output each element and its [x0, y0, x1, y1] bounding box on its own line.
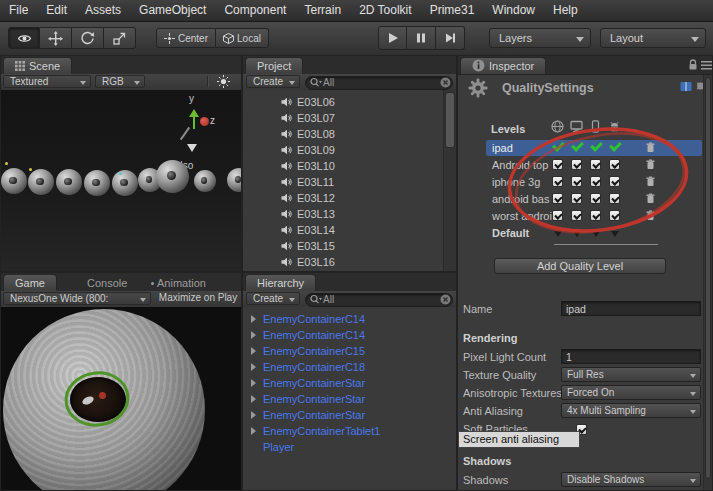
- checkbox-checked[interactable]: [590, 159, 601, 170]
- checkbox-checked[interactable]: [609, 193, 620, 204]
- menu-2d-toolkit[interactable]: 2D Toolkit: [350, 0, 420, 21]
- hierarchy-search-input[interactable]: All: [305, 293, 453, 307]
- step-button[interactable]: [436, 26, 465, 50]
- checkbox-checked[interactable]: [571, 193, 582, 204]
- tab-project[interactable]: Project: [245, 57, 303, 74]
- gameobject-item[interactable]: EnemyContainerStar: [243, 407, 365, 423]
- checkbox-checked[interactable]: [552, 176, 563, 187]
- menu-window[interactable]: Window: [483, 0, 544, 21]
- green-check-icon[interactable]: [552, 142, 564, 152]
- anti-aliasing-dropdown[interactable]: 4x Multi Sampling: [561, 403, 701, 418]
- shadows-dropdown[interactable]: Disable Shadows: [561, 472, 701, 487]
- checkbox-checked[interactable]: [571, 210, 582, 221]
- asset-item[interactable]: E03L16: [243, 254, 335, 270]
- checkbox-checked[interactable]: [552, 193, 563, 204]
- expand-arrow-icon[interactable]: [251, 331, 256, 339]
- game-viewport[interactable]: [1, 307, 241, 490]
- tab-game[interactable]: Game: [3, 274, 57, 291]
- hierarchy-search-scope[interactable]: All: [323, 294, 334, 305]
- tab-animation[interactable]: Animation: [157, 275, 206, 291]
- panel-menu-icon[interactable]: [701, 61, 712, 70]
- gameobject-item[interactable]: EnemyContainerStar: [243, 391, 365, 407]
- quality-row-android-top[interactable]: Android top: [486, 157, 702, 173]
- render-channels-dropdown[interactable]: RGB: [95, 75, 145, 88]
- green-check-icon[interactable]: [571, 142, 583, 152]
- trash-icon[interactable]: [646, 210, 655, 221]
- shading-mode-dropdown[interactable]: Textured: [3, 75, 91, 88]
- z-axis-handle[interactable]: [200, 117, 209, 126]
- checkbox-checked[interactable]: [609, 159, 620, 170]
- quality-row-iphone-3g[interactable]: iphone 3g: [486, 174, 702, 190]
- menu-file[interactable]: File: [0, 0, 37, 21]
- scene-object-sphere[interactable]: [1, 168, 27, 194]
- layout-dropdown[interactable]: Layout: [600, 28, 706, 48]
- quality-row-worst-android[interactable]: worst androic: [486, 208, 702, 224]
- clear-search-icon[interactable]: [440, 294, 451, 305]
- hierarchy-list[interactable]: EnemyContainerC14 EnemyContainerC14 Enem…: [243, 307, 456, 490]
- green-check-icon[interactable]: [609, 142, 621, 152]
- layers-dropdown[interactable]: Layers: [489, 28, 591, 48]
- project-create-dropdown[interactable]: Create: [246, 75, 300, 88]
- project-search-input[interactable]: All: [305, 76, 453, 90]
- aspect-ratio-dropdown[interactable]: NexusOne Wide (800:: [3, 292, 151, 305]
- scene-object-sphere[interactable]: [156, 160, 189, 193]
- expand-arrow-icon[interactable]: [251, 411, 256, 419]
- scene-lighting-toggle[interactable]: [217, 75, 230, 90]
- project-search-scope[interactable]: All: [323, 77, 334, 88]
- expand-arrow-icon[interactable]: [251, 379, 256, 387]
- texture-quality-dropdown[interactable]: Full Res: [561, 367, 701, 382]
- scrollbar-thumb[interactable]: [445, 92, 455, 148]
- menu-assets[interactable]: Assets: [76, 0, 130, 21]
- play-button[interactable]: [378, 26, 407, 50]
- checkbox-checked[interactable]: [609, 176, 620, 187]
- default-dropdown-arrow[interactable]: [573, 231, 581, 241]
- add-quality-level-button[interactable]: Add Quality Level: [494, 258, 666, 274]
- asset-item[interactable]: E03L11: [243, 174, 334, 190]
- view-tool-button[interactable]: [8, 27, 40, 49]
- menu-gameobject[interactable]: GameObject: [130, 0, 215, 21]
- tab-scene[interactable]: Scene: [3, 57, 72, 74]
- default-dropdown-arrow[interactable]: [592, 231, 600, 241]
- checkbox-checked[interactable]: [552, 159, 563, 170]
- maximize-on-play-button[interactable]: Maximize on Play: [155, 292, 241, 305]
- anisotropic-textures-dropdown[interactable]: Forced On: [561, 385, 701, 400]
- asset-item[interactable]: E03L15: [243, 238, 335, 254]
- asset-item[interactable]: E03L08: [243, 126, 335, 142]
- tab-console[interactable]: Console: [87, 275, 127, 291]
- tab-hierarchy[interactable]: Hierarchy: [245, 274, 316, 291]
- expand-arrow-icon[interactable]: [251, 427, 256, 435]
- trash-icon[interactable]: [646, 193, 655, 204]
- expand-arrow-icon[interactable]: [251, 347, 256, 355]
- gizmo-icon[interactable]: [119, 172, 122, 175]
- gameobject-item[interactable]: EnemyContainerTablet1: [243, 423, 380, 439]
- trash-icon[interactable]: [646, 176, 655, 187]
- menu-component[interactable]: Component: [215, 0, 295, 21]
- asset-item[interactable]: E03L10: [243, 158, 335, 174]
- scrollbar-thumb[interactable]: [705, 77, 711, 479]
- center-pivot-button[interactable]: Center: [156, 28, 216, 48]
- scene-object-sphere[interactable]: [194, 170, 216, 192]
- scene-viewport[interactable]: y z Iso: [1, 90, 241, 271]
- gameobject-item[interactable]: EnemyContainerC14: [243, 327, 365, 343]
- green-check-icon[interactable]: [590, 142, 602, 152]
- down-arrow-icon[interactable]: [187, 144, 197, 157]
- expand-arrow-icon[interactable]: [251, 315, 256, 323]
- clear-search-icon[interactable]: [440, 77, 451, 88]
- project-scrollbar[interactable]: [443, 90, 456, 271]
- trash-icon[interactable]: [646, 159, 655, 170]
- hierarchy-create-dropdown[interactable]: Create: [246, 292, 300, 305]
- pause-button[interactable]: [407, 26, 436, 50]
- asset-item[interactable]: E03L12: [243, 190, 335, 206]
- asset-item[interactable]: E03L06: [243, 94, 335, 110]
- move-tool-button[interactable]: [40, 27, 72, 49]
- local-space-button[interactable]: Local: [216, 28, 269, 48]
- scale-tool-button[interactable]: [104, 27, 136, 49]
- asset-item[interactable]: E03L13: [243, 206, 335, 222]
- name-field[interactable]: ipad: [561, 301, 701, 316]
- pixel-light-count-field[interactable]: 1: [561, 349, 701, 364]
- gameobject-item[interactable]: EnemyContainerC18: [243, 359, 365, 375]
- light-gizmo-icon[interactable]: [5, 162, 8, 165]
- gameobject-item[interactable]: Player: [243, 439, 294, 455]
- help-book-icon[interactable]: [680, 81, 692, 92]
- menu-help[interactable]: Help: [544, 0, 587, 21]
